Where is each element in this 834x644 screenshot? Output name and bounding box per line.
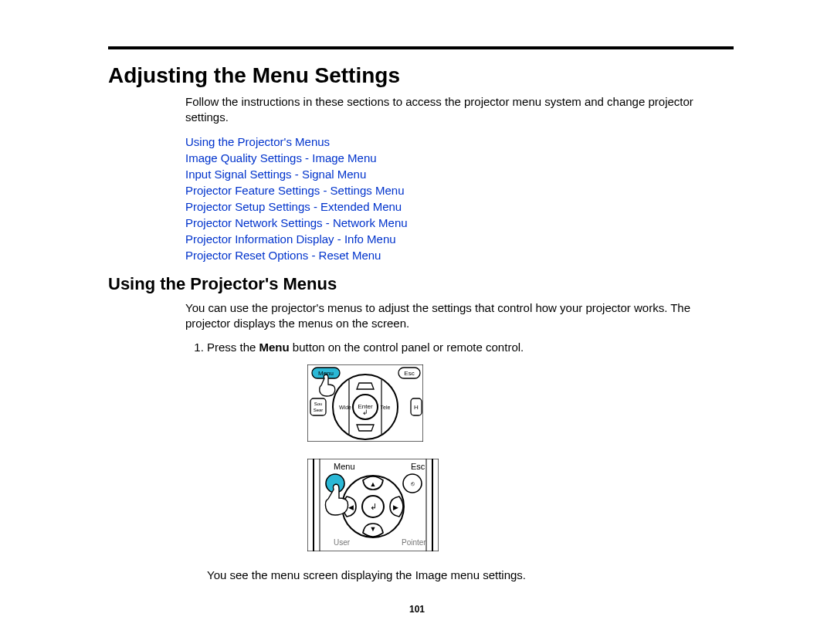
link-info-menu[interactable]: Projector Information Display - Info Men… (185, 231, 734, 247)
svg-text:⎋: ⎋ (411, 480, 415, 487)
remote-figure: Menu Esc User Pointer ⎋ ↲ (307, 459, 734, 551)
svg-text:User: User (334, 538, 351, 547)
illustration-control-panel: Enter ↲ Wide Tele Menu (307, 364, 734, 551)
svg-text:▼: ▼ (370, 525, 377, 533)
page-number: 101 (0, 604, 834, 615)
svg-text:Sou: Sou (314, 402, 323, 406)
intro-text: Follow the instructions in these section… (185, 94, 734, 126)
link-using-projectors-menus[interactable]: Using the Projector's Menus (185, 134, 734, 150)
svg-text:▶: ▶ (393, 503, 398, 511)
page-title: Adjusting the Menu Settings (108, 63, 734, 88)
step-list: Press the Menu button on the control pan… (185, 339, 734, 595)
step-1-bold: Menu (259, 341, 290, 354)
control-panel-figure: Enter ↲ Wide Tele Menu (307, 364, 734, 442)
step-1-pre: Press the (207, 341, 259, 354)
svg-text:H: H (414, 404, 419, 411)
svg-text:Sear: Sear (314, 408, 324, 412)
svg-text:↲: ↲ (370, 502, 377, 511)
svg-text:Esc: Esc (411, 462, 425, 471)
svg-text:Wide: Wide (339, 405, 351, 410)
step-1-result: You see the menu screen displaying the I… (207, 568, 734, 581)
svg-text:◀: ◀ (348, 503, 354, 511)
toc-links: Using the Projector's Menus Image Qualit… (185, 134, 734, 263)
link-extended-menu[interactable]: Projector Setup Settings - Extended Menu (185, 198, 734, 215)
svg-text:↲: ↲ (362, 408, 368, 416)
section-rule (108, 46, 734, 49)
section-heading: Using the Projector's Menus (108, 274, 734, 294)
link-settings-menu[interactable]: Projector Feature Settings - Settings Me… (185, 182, 734, 198)
svg-text:▲: ▲ (370, 480, 377, 488)
svg-text:Esc: Esc (404, 370, 414, 377)
link-network-menu[interactable]: Projector Network Settings - Network Men… (185, 215, 734, 231)
svg-text:Menu: Menu (334, 462, 355, 471)
link-image-menu[interactable]: Image Quality Settings - Image Menu (185, 150, 734, 166)
svg-text:Pointer: Pointer (402, 538, 426, 547)
step-1-post: button on the control panel or remote co… (290, 341, 524, 354)
section-intro: You can use the projector's menus to adj… (185, 300, 734, 332)
link-reset-menu[interactable]: Projector Reset Options - Reset Menu (185, 247, 734, 263)
link-signal-menu[interactable]: Input Signal Settings - Signal Menu (185, 166, 734, 182)
step-1: Press the Menu button on the control pan… (207, 339, 734, 595)
